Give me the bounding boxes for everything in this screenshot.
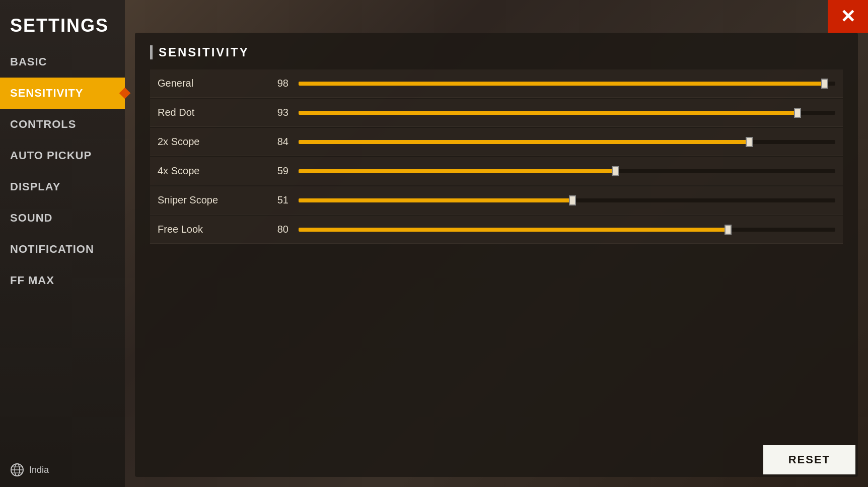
sidebar-item-auto-pickup[interactable]: AUTO PICKUP (0, 140, 125, 171)
sidebar-item-basic[interactable]: BASIC (0, 46, 125, 78)
sidebar-footer: India (0, 453, 125, 487)
slider-track-red-dot[interactable] (299, 108, 835, 118)
slider-value-4x-scope: 59 (268, 165, 299, 177)
slider-value-2x-scope: 84 (268, 136, 299, 148)
slider-thumb-2x-scope[interactable] (746, 137, 753, 147)
title-bar-decoration (150, 45, 153, 59)
settings-title: SETTINGS (0, 0, 125, 46)
slider-label-red-dot: Red Dot (158, 107, 268, 118)
section-title-text: SENSITIVITY (159, 45, 249, 59)
slider-fill-general (299, 82, 825, 86)
slider-row-4x-scope: 4x Scope59 (150, 157, 843, 185)
close-icon: ✕ (840, 8, 855, 26)
slider-thumb-red-dot[interactable] (794, 108, 801, 118)
slider-row-free-look: Free Look80 (150, 216, 843, 244)
slider-bg-free-look (299, 228, 835, 232)
slider-row-sniper-scope: Sniper Scope51 (150, 186, 843, 215)
globe-icon (10, 463, 24, 477)
slider-label-free-look: Free Look (158, 224, 268, 235)
content-panel: SENSITIVITY General98Red Dot932x Scope84… (135, 33, 858, 477)
sliders-list: General98Red Dot932x Scope844x Scope59Sn… (150, 69, 843, 244)
sidebar-item-sound[interactable]: SOUND (0, 202, 125, 234)
reset-button[interactable]: RESET (763, 445, 855, 474)
slider-fill-4x-scope (299, 169, 615, 173)
slider-fill-red-dot (299, 111, 798, 115)
region-label: India (29, 465, 49, 475)
slider-label-4x-scope: 4x Scope (158, 165, 268, 177)
slider-bg-red-dot (299, 111, 835, 115)
slider-bg-2x-scope (299, 140, 835, 144)
sidebar-nav: BASICSENSITIVITYCONTROLSAUTO PICKUPDISPL… (0, 46, 125, 453)
slider-track-free-look[interactable] (299, 225, 835, 235)
slider-thumb-free-look[interactable] (725, 225, 732, 235)
slider-bg-sniper-scope (299, 198, 835, 202)
slider-label-2x-scope: 2x Scope (158, 136, 268, 148)
sidebar: SETTINGS BASICSENSITIVITYCONTROLSAUTO PI… (0, 0, 125, 487)
slider-fill-sniper-scope (299, 198, 572, 202)
slider-row-2x-scope: 2x Scope84 (150, 128, 843, 156)
slider-value-red-dot: 93 (268, 107, 299, 118)
slider-bg-4x-scope (299, 169, 835, 173)
slider-track-general[interactable] (299, 79, 835, 89)
slider-bg-general (299, 82, 835, 86)
slider-track-2x-scope[interactable] (299, 137, 835, 147)
slider-thumb-sniper-scope[interactable] (569, 195, 576, 205)
main-panel: ✕ SENSITIVITY General98Red Dot932x Scope… (125, 0, 868, 487)
slider-value-free-look: 80 (268, 224, 299, 235)
slider-value-sniper-scope: 51 (268, 194, 299, 206)
sidebar-item-notification[interactable]: NOTIFICATION (0, 234, 125, 265)
sidebar-item-ff-max[interactable]: FF MAX (0, 265, 125, 296)
slider-row-general: General98 (150, 69, 843, 98)
slider-label-general: General (158, 78, 268, 89)
slider-track-sniper-scope[interactable] (299, 195, 835, 205)
close-button[interactable]: ✕ (828, 0, 868, 33)
slider-label-sniper-scope: Sniper Scope (158, 194, 268, 206)
section-header: SENSITIVITY (150, 45, 843, 59)
slider-fill-free-look (299, 228, 728, 232)
sidebar-item-controls[interactable]: CONTROLS (0, 109, 125, 140)
sidebar-item-display[interactable]: DISPLAY (0, 171, 125, 202)
slider-fill-2x-scope (299, 140, 749, 144)
sidebar-item-sensitivity[interactable]: SENSITIVITY (0, 78, 125, 109)
slider-thumb-general[interactable] (821, 79, 828, 89)
slider-thumb-4x-scope[interactable] (612, 166, 619, 176)
slider-value-general: 98 (268, 78, 299, 89)
slider-track-4x-scope[interactable] (299, 166, 835, 176)
slider-row-red-dot: Red Dot93 (150, 99, 843, 127)
